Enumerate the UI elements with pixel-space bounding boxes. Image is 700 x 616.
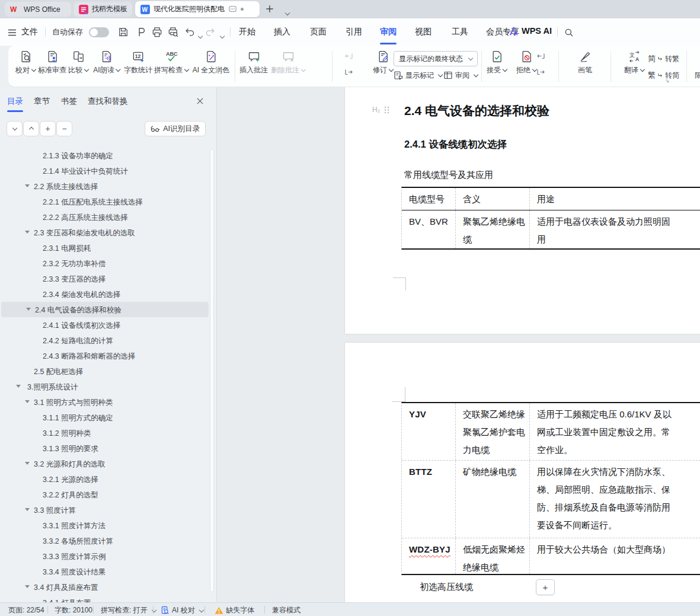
spellcheck-button[interactable]: ABC 拼写检查: [154, 50, 188, 74]
ai-proofread-status[interactable]: AI 校对: [161, 605, 203, 615]
word-count-button[interactable]: 12 字数统计: [124, 50, 152, 74]
next-comment-icon[interactable]: [344, 68, 354, 76]
toc-item[interactable]: 2.1.4 毕业设计中负荷统计: [0, 163, 207, 178]
undo-dropdown[interactable]: [198, 34, 203, 39]
delete-comment-button[interactable]: 删除批注: [271, 50, 305, 74]
autosave-toggle[interactable]: [89, 27, 109, 37]
review-pane-button[interactable]: 审阅: [443, 70, 478, 81]
save-button[interactable]: [117, 26, 129, 38]
traditional-to-simplified-button[interactable]: 繁转简: [648, 70, 679, 81]
toc-item[interactable]: 2.4.1 设备线缆初次选择: [0, 317, 207, 333]
document-paragraph[interactable]: 常用线缆型号及其应用: [404, 170, 493, 181]
toc-item[interactable]: 2.4.3 断路器和熔断器的选择: [0, 348, 207, 363]
hamburger-menu-icon[interactable]: [8, 28, 17, 37]
show-markup-button[interactable]: 显示标记: [394, 70, 442, 81]
compare-button[interactable]: 比较: [68, 50, 88, 74]
search-icon[interactable]: [564, 27, 574, 38]
toc-item[interactable]: 2.2.1 低压配电系统主接线选择: [0, 194, 207, 209]
heading-level-marker[interactable]: H₂: [372, 106, 389, 114]
collapse-triangle-icon[interactable]: [25, 184, 30, 187]
proofread-button[interactable]: 校对: [15, 50, 36, 74]
markup-state-dropdown[interactable]: 显示标记的最终状态: [394, 51, 478, 66]
tab-document-active[interactable]: W 现代化医院照明供配电防雷及: [135, 1, 260, 17]
collapse-all-button[interactable]: [23, 121, 39, 136]
toc-item[interactable]: 2.2.2 高压系统主接线选择: [0, 209, 207, 225]
sidebar-tab-bookmarks[interactable]: 书签: [61, 96, 77, 107]
word-count-indicator[interactable]: 字数: 20100: [55, 605, 92, 615]
collapse-triangle-icon[interactable]: [25, 585, 30, 588]
pen-button[interactable]: 画笔: [578, 50, 592, 74]
menu-insert[interactable]: 插入: [274, 27, 290, 37]
menu-reference[interactable]: 引用: [346, 27, 362, 37]
comment-bubble-icon[interactable]: [228, 5, 237, 14]
ai-polish-button[interactable]: AI 全文润色: [193, 50, 230, 74]
undo-button[interactable]: [184, 26, 196, 38]
toc-item[interactable]: 3.3.3 照度计算示例: [0, 548, 207, 564]
toc-item[interactable]: 2.3 变压器和柴油发电机的选取: [0, 225, 207, 240]
toc-item[interactable]: 2.3.4 柴油发电机的选择: [0, 286, 207, 302]
zoom-in-button[interactable]: +: [40, 121, 56, 136]
menu-tools[interactable]: 工具: [452, 27, 468, 37]
toc-item[interactable]: 3.3.1 照度计算方法: [0, 518, 207, 533]
redo-button[interactable]: [204, 26, 216, 38]
toc-item[interactable]: 3.1.3 照明的要求: [0, 441, 207, 456]
previous-comment-icon[interactable]: [344, 52, 354, 60]
sidebar-tab-toc[interactable]: 目录: [7, 96, 23, 107]
drag-handle-icon[interactable]: [384, 106, 389, 114]
document-page-1[interactable]: H₂ 2.4 电气设备的选择和校验 2.4.1 设备线缆初次选择 常用线缆型号及…: [345, 87, 700, 334]
toc-item[interactable]: 3.1 照明方式与照明种类: [0, 394, 207, 410]
toc-item[interactable]: 3.2.1 光源的选择: [0, 471, 207, 487]
toc-item[interactable]: 2.1.3 设备功率的确定: [0, 148, 207, 163]
insert-comment-button[interactable]: 插入批注: [239, 50, 268, 74]
translate-button[interactable]: 文A 翻译: [624, 50, 644, 74]
toc-item[interactable]: 3.3.4 照度设计结果: [0, 564, 207, 579]
dialog-launcher-icon[interactable]: ↘: [665, 78, 670, 84]
toc-item[interactable]: 2.2 系统主接线选择: [0, 178, 207, 194]
spellcheck-status[interactable]: 拼写检查: 打开: [101, 605, 156, 615]
ai-read-button[interactable]: AI朗读: [93, 50, 120, 74]
add-row-button[interactable]: +: [536, 579, 555, 595]
compat-mode-indicator[interactable]: 兼容模式: [272, 605, 301, 615]
previous-change-icon[interactable]: [536, 52, 546, 60]
expand-all-button[interactable]: [7, 121, 23, 136]
collapse-triangle-icon[interactable]: [25, 508, 30, 511]
menu-view[interactable]: 视图: [415, 27, 431, 37]
ai-recognize-toc-button[interactable]: AI识别目录: [145, 121, 206, 136]
document-page-2[interactable]: YJV交联聚乙烯绝缘聚氯乙烯护套电力电缆适用于工频额定电压 0.6/1KV 及以…: [345, 343, 700, 602]
page-indicator[interactable]: 页面: 22/54: [8, 605, 44, 615]
wps-ai-button[interactable]: WPS AI: [509, 26, 552, 36]
next-change-icon[interactable]: [536, 68, 546, 76]
collapse-triangle-icon[interactable]: [25, 462, 30, 465]
new-tab-button[interactable]: [266, 5, 274, 13]
toc-item[interactable]: 3.1.1 照明方式的确定: [0, 410, 207, 425]
quickbar-dropdown[interactable]: [220, 34, 225, 39]
toc-item[interactable]: 2.5 配电柜选择: [0, 363, 207, 379]
toc-item[interactable]: 2.3.1 电网损耗: [0, 240, 207, 256]
menu-page[interactable]: 页面: [310, 27, 327, 37]
collapse-triangle-icon[interactable]: [16, 385, 21, 388]
sidebar-scrollbar[interactable]: [210, 149, 214, 592]
toc-item[interactable]: 2.4.2 短路电流的计算: [0, 333, 207, 348]
toc-item[interactable]: 3.2 光源和灯具的选取: [0, 456, 207, 471]
toc-item[interactable]: 3.3 照度计算: [0, 502, 207, 518]
document-subheading[interactable]: 2.4.1 设备线缆初次选择: [404, 138, 507, 151]
toc-item[interactable]: 3.1.2 照明种类: [0, 425, 207, 441]
export-pdf-button[interactable]: [135, 26, 147, 38]
menu-home[interactable]: 开始: [239, 27, 255, 37]
missing-font-warning[interactable]: 缺失字体: [215, 605, 254, 615]
tab-list-button[interactable]: [283, 8, 289, 18]
toc-item[interactable]: 3.2.2 灯具的选型: [0, 487, 207, 502]
toc-item[interactable]: 2.3.2 无功功率补偿: [0, 256, 207, 271]
toc-item[interactable]: 3.照明系统设计: [0, 379, 207, 394]
track-changes-button[interactable]: 修订: [373, 50, 393, 74]
document-paragraph[interactable]: 初选高压线缆: [420, 582, 473, 593]
zoom-out-button[interactable]: −: [56, 121, 72, 136]
toc-item[interactable]: 2.4 电气设备的选择和校验: [1, 302, 209, 317]
standard-review-button[interactable]: 标准审查: [38, 50, 66, 74]
document-heading[interactable]: 2.4 电气设备的选择和校验: [404, 103, 549, 119]
close-sidebar-icon[interactable]: [196, 97, 204, 105]
simplified-to-traditional-button[interactable]: 简转繁: [648, 53, 679, 64]
restrict-edit-button[interactable]: 限制编辑: [695, 70, 700, 81]
toc-item[interactable]: 2.3.3 变压器的选择: [0, 271, 207, 286]
print-button[interactable]: [151, 26, 163, 38]
